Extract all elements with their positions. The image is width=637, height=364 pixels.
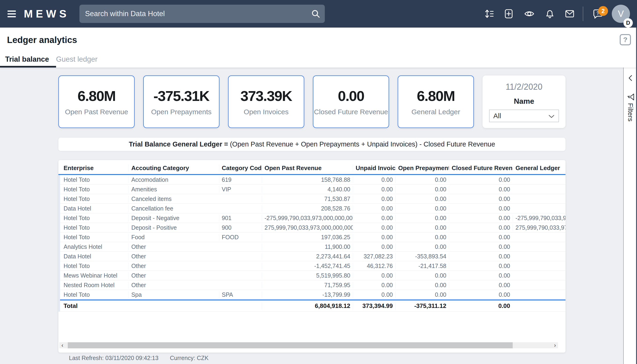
kpi-label: Open Prepayments xyxy=(151,108,212,116)
table-cell: 0.00 xyxy=(449,215,513,222)
table-cell: Hotel Toto xyxy=(58,176,128,183)
table-cell: -21,417.58 xyxy=(396,262,449,270)
mews-logo: MEWS xyxy=(24,8,70,20)
kpi-card-general-ledger: 6.80M General Ledger xyxy=(398,76,474,128)
table-cell: 0.00 xyxy=(396,234,449,241)
table-cell: 0.00 xyxy=(449,262,513,270)
avatar-sub-badge: D xyxy=(624,18,633,28)
table-row[interactable]: Hotel TotoSpaSPA-13,799.990.000.000.00 xyxy=(58,290,566,300)
kpi-value: 373.39K xyxy=(240,88,292,104)
table-cell: 0.00 xyxy=(353,244,396,250)
scrollbar-thumb[interactable] xyxy=(68,342,513,348)
table-row[interactable]: Hotel TotoDeposit - Negative901-275,999,… xyxy=(58,213,566,223)
kpi-value: -375.31K xyxy=(153,88,209,104)
table-row[interactable]: Nested Room HotelOther71,759.950.000.000… xyxy=(58,280,566,290)
table-row[interactable]: Hotel TotoCanceled items71,530.870.000.0… xyxy=(58,194,566,204)
formula-lhs: Trial Balance General Ledger = xyxy=(129,140,228,148)
kpi-card-open-prepayments: -375.31K Open Prepayments xyxy=(143,76,220,128)
table-cell: 0.00 xyxy=(353,176,396,183)
table-cell: 0.00 xyxy=(396,205,449,212)
notifications-bell-icon[interactable] xyxy=(544,8,555,19)
table-cell: 327,082.23 xyxy=(353,253,396,260)
column-header[interactable]: Unpaid Invoices xyxy=(353,164,396,172)
table-cell: 208,528.76 xyxy=(262,205,353,212)
column-header[interactable]: Open Past Revenue xyxy=(262,164,353,172)
kpi-label: Open Past Revenue xyxy=(65,108,128,116)
date-filter-card: 11/2/2020 Name All xyxy=(482,76,566,128)
table-row[interactable]: Hotel TotoDeposit - Positive900275,999,7… xyxy=(58,223,566,232)
horizontal-scrollbar[interactable]: ‹ › xyxy=(59,342,558,348)
table-cell: 0.00 xyxy=(449,176,513,183)
table-cell: Deposit - Negative xyxy=(128,215,219,222)
table-cell: Analytics Hotel xyxy=(58,244,128,250)
filters-panel-rail: Filters xyxy=(623,68,637,364)
notification-count-badge: 2 xyxy=(598,6,608,16)
table-row[interactable]: Analytics HotelOther11,900.000.000.000.0… xyxy=(58,242,566,252)
table-cell: 0.00 xyxy=(353,272,396,279)
column-header[interactable]: General Ledger xyxy=(513,164,566,172)
table-cell: 0.00 xyxy=(449,272,513,279)
table-cell: 2,273,441.64 xyxy=(262,253,353,260)
table-cell: 0.00 xyxy=(353,234,396,241)
table-cell: 0.00 xyxy=(449,291,513,298)
table-cell: SPA xyxy=(219,291,262,298)
kpi-value: 0.00 xyxy=(338,88,364,104)
add-icon[interactable] xyxy=(503,8,514,19)
column-header[interactable]: Enterprise xyxy=(58,164,128,172)
avatar-initial: V xyxy=(618,9,624,19)
table-header-row: EnterpriseAccouting CategoryCategory Cod… xyxy=(58,162,566,174)
tab-guest-ledger[interactable]: Guest ledger xyxy=(56,52,105,68)
table-cell: 0.00 xyxy=(449,186,513,193)
table-body: Hotel TotoAccomodation619158,768.880.000… xyxy=(58,175,566,300)
scroll-left-arrow[interactable]: ‹ xyxy=(59,342,66,348)
table-row[interactable]: Data HotelOther2,273,441.64327,082.23-35… xyxy=(58,252,566,261)
total-cell: -375,311.12 xyxy=(396,302,449,310)
table-cell: Hotel Toto xyxy=(58,215,128,222)
table-cell: 0.00 xyxy=(449,234,513,241)
line-height-sort-icon[interactable] xyxy=(484,8,495,19)
table-row[interactable]: Data HotelCancellation fee208,528.760.00… xyxy=(58,204,566,213)
table-cell: 901 xyxy=(219,215,262,222)
kpi-card-open-invoices: 373.39K Open Invoices xyxy=(228,76,304,128)
table-row[interactable]: Hotel TotoOther-1,452,741.4546,312.76-21… xyxy=(58,261,566,271)
topbar-divider xyxy=(583,6,583,21)
table-row[interactable]: Hotel TotoAccomodation619158,768.880.000… xyxy=(58,175,566,184)
table-row[interactable]: Mews Webinar HotelOther5,519,995.800.000… xyxy=(58,271,566,280)
column-header[interactable]: Closed Future Revenue xyxy=(449,164,513,172)
chevron-down-icon xyxy=(548,112,555,120)
kpi-value: 6.80M xyxy=(78,88,116,104)
column-header[interactable]: Open Prepayments xyxy=(396,164,449,172)
search-icon[interactable] xyxy=(311,9,320,20)
search-input[interactable] xyxy=(85,10,308,18)
table-cell: 0.00 xyxy=(449,282,513,288)
kpi-label: General Ledger xyxy=(412,108,460,116)
top-navigation-bar: MEWS ? 2 V D xyxy=(0,0,637,28)
table-cell: Other xyxy=(128,244,219,250)
table-cell: Accomodation xyxy=(128,176,219,183)
table-cell: -275,999,790,033,973,000,000,000.00 xyxy=(262,215,353,222)
column-header[interactable]: Accouting Category xyxy=(128,164,219,172)
help-button[interactable]: ? xyxy=(620,34,631,45)
scroll-right-arrow[interactable]: › xyxy=(552,342,558,348)
search-bar[interactable] xyxy=(80,5,325,23)
tab-trial-balance[interactable]: Trial balance xyxy=(0,52,56,68)
kpi-card-row: 6.80M Open Past Revenue -375.31K Open Pr… xyxy=(58,76,474,128)
formula-rhs: (Open Past Revenue + Open Prepayments + … xyxy=(230,140,495,148)
table-row[interactable]: Hotel TotoFoodFOOD197,036.250.000.000.00 xyxy=(58,232,566,242)
filters-panel-label: Filters xyxy=(626,103,634,122)
table-cell: 0.00 xyxy=(353,215,396,222)
trial-balance-table: EnterpriseAccouting CategoryCategory Cod… xyxy=(58,162,566,312)
collapse-panel-chevron-icon[interactable] xyxy=(627,74,634,83)
table-cell: Other xyxy=(128,253,219,260)
eye-icon[interactable] xyxy=(524,8,535,19)
table-cell: 0.00 xyxy=(396,244,449,250)
hamburger-menu-icon[interactable] xyxy=(8,9,17,19)
table-row[interactable]: Hotel TotoAmenitiesVIP4,140.000.000.000.… xyxy=(58,184,566,194)
table-cell: Food xyxy=(128,234,219,241)
table-cell: 197,036.25 xyxy=(262,234,353,241)
column-header[interactable]: Category Code xyxy=(219,164,262,172)
kpi-label: Open Invoices xyxy=(244,108,288,116)
messages-envelope-icon[interactable] xyxy=(564,8,575,19)
name-filter-dropdown[interactable]: All xyxy=(489,110,559,122)
table-cell: 0.00 xyxy=(449,196,513,202)
